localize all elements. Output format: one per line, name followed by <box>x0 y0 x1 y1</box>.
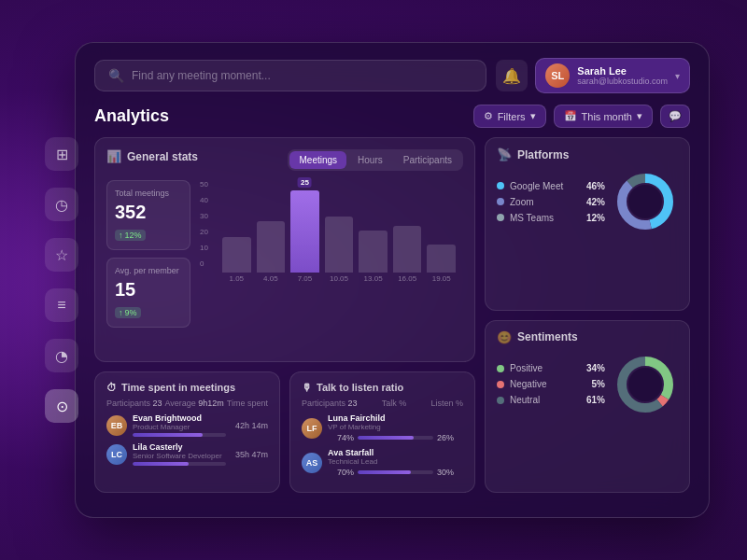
ratio-title: 🎙 Talk to listen ratio <box>302 382 403 393</box>
chevron-filter-icon: ▾ <box>530 110 536 122</box>
y-label-30: 30 <box>200 212 208 220</box>
ratio-row-2: AS Ava Starfall Technical Lead 70% 30% <box>302 448 463 477</box>
y-label-10: 10 <box>200 244 208 252</box>
nav-settings[interactable]: ⊙ <box>45 389 78 423</box>
nav-clock[interactable]: ◔ <box>45 339 78 372</box>
negative-label: Negative <box>510 379 586 389</box>
date-button[interactable]: 📅 This month ▾ <box>554 105 653 128</box>
platforms-card: 📡 Platforms Google Meet 46% Zoom 42 <box>485 137 690 311</box>
sentiments-content: Positive 34% Negative 5% Neutral 61% <box>497 352 678 417</box>
ratio-info-ava: Ava Starfall Technical Lead 70% 30% <box>328 448 463 477</box>
time-title: ⏱ Time spent in meetings <box>106 382 235 393</box>
y-label-20: 20 <box>200 228 208 236</box>
notification-button[interactable]: 🔔 <box>496 60 528 91</box>
msteams-dot <box>497 214 504 221</box>
sentiment-negative: Negative 5% <box>497 379 605 389</box>
svg-point-3 <box>628 185 662 218</box>
stats-title: 📊 General stats <box>106 149 198 163</box>
total-meetings-box: Total meetings 352 ↑ 12% <box>106 180 190 250</box>
filter-icon: ⚙ <box>484 110 493 122</box>
topbar-right: 🔔 SL Sarah Lee sarah@lubkostudio.com ▾ <box>496 58 690 93</box>
ratio-name-luna: Luna Fairchild <box>328 413 463 423</box>
sentiment-neutral: Neutral 61% <box>497 395 605 405</box>
nav-menu[interactable]: ≡ <box>45 288 78 322</box>
total-meetings-value: 352 <box>115 202 182 223</box>
y-label-0: 0 <box>200 259 208 268</box>
avg-label: Avg. per member <box>115 266 182 275</box>
bar-value-2 <box>257 221 286 273</box>
page-title: Analytics <box>94 106 169 126</box>
svg-point-7 <box>628 368 662 401</box>
platform-googlemeet: Google Meet 46% <box>497 181 605 191</box>
bar-1: 1.05 <box>222 237 251 283</box>
platform-msteams: MS Teams 12% <box>497 213 605 223</box>
avatar-ava: AS <box>302 453 322 473</box>
nav-star[interactable]: ☆ <box>45 238 78 272</box>
time-header: ⏱ Time spent in meetings <box>106 382 268 393</box>
analytics-header: Analytics ⚙ Filters ▾ 📅 This month ▾ 💬 <box>94 105 690 128</box>
positive-pct: 34% <box>586 363 605 373</box>
bell-icon: 🔔 <box>502 67 521 85</box>
stats-metrics: Total meetings 352 ↑ 12% Avg. per member… <box>106 180 190 328</box>
user-menu[interactable]: SL Sarah Lee sarah@lubkostudio.com ▾ <box>535 58 690 93</box>
googlemeet-dot <box>497 182 504 189</box>
clock-icon: ⏱ <box>106 382 117 393</box>
avatar-luna: LF <box>302 418 322 439</box>
ratio-name-ava: Ava Starfall <box>328 448 463 457</box>
sentiments-card: 😊 Sentiments Positive 34% Negative <box>485 320 690 494</box>
person-role-lila: Senior Software Developer <box>133 452 226 460</box>
ratio-fill-talk-ava <box>358 470 411 474</box>
positive-dot <box>497 365 504 372</box>
tab-meetings[interactable]: Meetings <box>289 151 346 169</box>
user-name: Sarah Lee <box>577 65 668 77</box>
stats-icon: 📊 <box>106 149 121 163</box>
time-spent-label: Time spent <box>227 399 268 408</box>
side-navigation: ⊞ ◷ ☆ ≡ ◔ ⊙ <box>45 137 78 423</box>
calendar-icon: 📅 <box>564 110 577 122</box>
person-info-lila: Lila Casterly Senior Software Developer <box>133 442 226 466</box>
zoom-name: Zoom <box>510 197 581 207</box>
y-axis: 50 40 30 20 10 0 <box>200 180 208 268</box>
header-actions: ⚙ Filters ▾ 📅 This month ▾ 💬 <box>473 105 690 128</box>
arrow-up-icon-2: ↑ <box>119 308 123 317</box>
topbar: 🔍 Find any meeting moment... 🔔 SL Sarah … <box>94 58 690 93</box>
total-meetings-label: Total meetings <box>115 189 182 198</box>
arrow-up-icon: ↑ <box>119 231 123 240</box>
bar-value-4 <box>325 217 354 273</box>
ratio-bar-ava <box>358 470 433 474</box>
tab-participants[interactable]: Participants <box>394 151 461 169</box>
ratio-role-luna: VP of Marketing <box>328 423 463 431</box>
nav-home[interactable]: ⊞ <box>45 137 78 171</box>
positive-label: Positive <box>510 363 581 373</box>
chat-button[interactable]: 💬 <box>660 105 690 128</box>
user-email: sarah@lubkostudio.com <box>577 77 668 86</box>
participants-label: Participants 23 <box>106 399 162 408</box>
dashboard-card: 🔍 Find any meeting moment... 🔔 SL Sarah … <box>75 42 710 518</box>
filters-button[interactable]: ⚙ Filters ▾ <box>473 105 546 128</box>
avg-value: 15 <box>115 279 182 301</box>
sentiments-title: 😊 Sentiments <box>497 330 678 344</box>
search-box[interactable]: 🔍 Find any meeting moment... <box>94 60 486 91</box>
ratio-header: 🎙 Talk to listen ratio <box>302 382 463 393</box>
bar-top-label: 25 <box>298 177 312 188</box>
chat-icon: 💬 <box>669 110 682 122</box>
bar-4: 10.05 <box>325 217 354 283</box>
chevron-down-icon: ▾ <box>675 71 680 81</box>
tab-hours[interactable]: Hours <box>348 151 392 169</box>
nav-video[interactable]: ◷ <box>45 188 78 221</box>
chevron-date-icon: ▾ <box>637 110 642 122</box>
stats-header: 📊 General stats Meetings Hours Participa… <box>106 149 463 171</box>
bar-value-3: 25 <box>290 190 319 273</box>
platforms-icon: 📡 <box>497 147 512 161</box>
left-column: 📊 General stats Meetings Hours Participa… <box>94 137 475 493</box>
person-name-evan: Evan Brightwood <box>133 413 226 423</box>
sentiments-icon: 😊 <box>497 330 512 344</box>
ratio-meta: Participants 23 Talk % Listen % <box>302 399 463 408</box>
ratio-participants-label: Participants 23 <box>302 399 358 408</box>
ratio-icon: 🎙 <box>302 382 312 393</box>
ratio-row-1: LF Luna Fairchild VP of Marketing 74% 26… <box>302 413 463 442</box>
progress-fill-lila <box>133 462 189 466</box>
ratio-info-luna: Luna Fairchild VP of Marketing 74% 26% <box>328 413 463 442</box>
ratio-bars-luna: 74% 26% <box>328 433 463 442</box>
ratio-bar-luna <box>358 436 433 440</box>
